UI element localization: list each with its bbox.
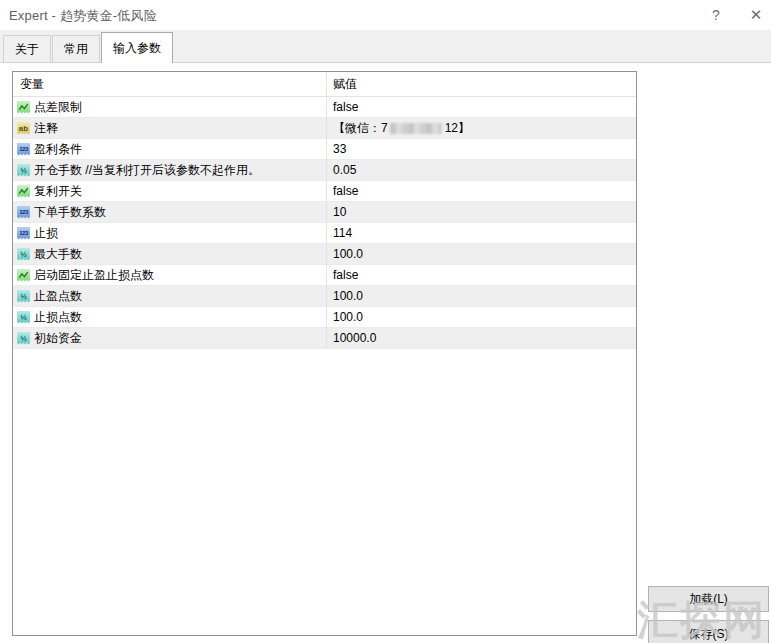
param-name-cell: 123止损	[13, 223, 326, 243]
param-value-cell[interactable]: 0.05	[326, 160, 636, 180]
param-name: 复利开关	[34, 183, 82, 200]
param-name-cell: ½最大手数	[13, 244, 326, 264]
param-value-cell[interactable]: false	[326, 97, 636, 117]
column-header-variable[interactable]: 变量	[13, 72, 326, 96]
column-header-value[interactable]: 赋值	[326, 72, 636, 96]
zigzag-line	[18, 102, 29, 113]
censored-blur-block	[390, 123, 442, 134]
param-type-double-icon: ½	[17, 164, 30, 177]
table-row[interactable]: 123下单手数系数10	[13, 202, 636, 223]
param-value-cell[interactable]: false	[326, 181, 636, 201]
param-name-cell: ½止盈点数	[13, 286, 326, 306]
param-type-bool-icon	[17, 269, 30, 282]
param-value-cell[interactable]: 100.0	[326, 286, 636, 306]
param-name: 止盈点数	[34, 288, 82, 305]
parameters-tbody: 点差限制falseab注释【微信：712】123盈利条件33½开仓手数 //当复…	[13, 97, 636, 349]
table-row[interactable]: 复利开关false	[13, 181, 636, 202]
param-name-cell: ½止损点数	[13, 307, 326, 327]
param-name: 下单手数系数	[34, 204, 106, 221]
tab-about[interactable]: 关于	[3, 35, 51, 62]
save-button[interactable]: 保存(S)	[648, 620, 769, 643]
load-button[interactable]: 加载(L)	[648, 586, 769, 612]
param-type-double-icon: ½	[17, 290, 30, 303]
param-name: 盈利条件	[34, 141, 82, 158]
param-type-double-icon: ½	[17, 332, 30, 345]
param-name-cell: ab注释	[13, 118, 326, 138]
param-value-cell[interactable]: 33	[326, 139, 636, 159]
param-name: 止损	[34, 225, 58, 242]
param-type-bool-icon	[17, 101, 30, 114]
param-value-prefix: 【微信：7	[333, 120, 388, 137]
tab-strip: 关于 常用 输入参数	[0, 30, 771, 63]
param-value-suffix: 12】	[445, 120, 470, 137]
param-type-double-icon: ½	[17, 248, 30, 261]
table-row[interactable]: 启动固定止盈止损点数false	[13, 265, 636, 286]
window-title: Expert - 趋势黄金-低风险	[9, 7, 157, 25]
param-name: 启动固定止盈止损点数	[34, 267, 154, 284]
param-name-cell: 123下单手数系数	[13, 202, 326, 222]
table-row[interactable]: ½止损点数100.0	[13, 307, 636, 328]
title-bar: Expert - 趋势黄金-低风险 ? ✕	[0, 0, 771, 30]
param-type-int-icon: 123	[17, 227, 30, 240]
param-name: 注释	[34, 120, 58, 137]
param-name: 最大手数	[34, 246, 82, 263]
table-row[interactable]: 123盈利条件33	[13, 139, 636, 160]
param-name: 初始资金	[34, 330, 82, 347]
table-header: 变量 赋值	[13, 72, 636, 97]
table-row[interactable]: 点差限制false	[13, 97, 636, 118]
param-value-cell[interactable]: 114	[326, 223, 636, 243]
param-value-cell[interactable]: 【微信：712】	[326, 118, 636, 138]
tab-common[interactable]: 常用	[52, 35, 100, 62]
table-row[interactable]: 123止损114	[13, 223, 636, 244]
param-name-cell: 点差限制	[13, 97, 326, 117]
param-value-cell[interactable]: 100.0	[326, 244, 636, 264]
table-row[interactable]: ½最大手数100.0	[13, 244, 636, 265]
param-name-cell: 启动固定止盈止损点数	[13, 265, 326, 285]
param-name-cell: ½开仓手数 //当复利打开后该参数不起作用。	[13, 160, 326, 180]
param-name-cell: 123盈利条件	[13, 139, 326, 159]
param-value-cell[interactable]: false	[326, 265, 636, 285]
table-row[interactable]: ½止盈点数100.0	[13, 286, 636, 307]
param-name-cell: ½初始资金	[13, 328, 326, 348]
zigzag-line	[18, 270, 29, 281]
param-name-cell: 复利开关	[13, 181, 326, 201]
param-type-bool-icon	[17, 185, 30, 198]
parameters-table: 变量 赋值 点差限制falseab注释【微信：712】123盈利条件33½开仓手…	[12, 71, 637, 636]
param-type-int-icon: 123	[17, 206, 30, 219]
param-name: 开仓手数 //当复利打开后该参数不起作用。	[34, 162, 260, 179]
param-value-cell[interactable]: 10000.0	[326, 328, 636, 348]
table-row[interactable]: ½初始资金10000.0	[13, 328, 636, 349]
zigzag-line	[18, 186, 29, 197]
param-type-double-icon: ½	[17, 311, 30, 324]
param-name: 止损点数	[34, 309, 82, 326]
close-icon[interactable]: ✕	[741, 2, 771, 28]
expert-properties-dialog: Expert - 趋势黄金-低风险 ? ✕ 关于 常用 输入参数 变量 赋值 点…	[0, 0, 771, 643]
help-button[interactable]: ?	[701, 2, 731, 28]
table-row[interactable]: ½开仓手数 //当复利打开后该参数不起作用。0.05	[13, 160, 636, 181]
param-name: 点差限制	[34, 99, 82, 116]
param-type-int-icon: 123	[17, 143, 30, 156]
param-value-cell[interactable]: 100.0	[326, 307, 636, 327]
param-value-cell[interactable]: 10	[326, 202, 636, 222]
param-type-string-icon: ab	[17, 122, 30, 135]
tab-inputs[interactable]: 输入参数	[101, 32, 173, 63]
table-row[interactable]: ab注释【微信：712】	[13, 118, 636, 139]
